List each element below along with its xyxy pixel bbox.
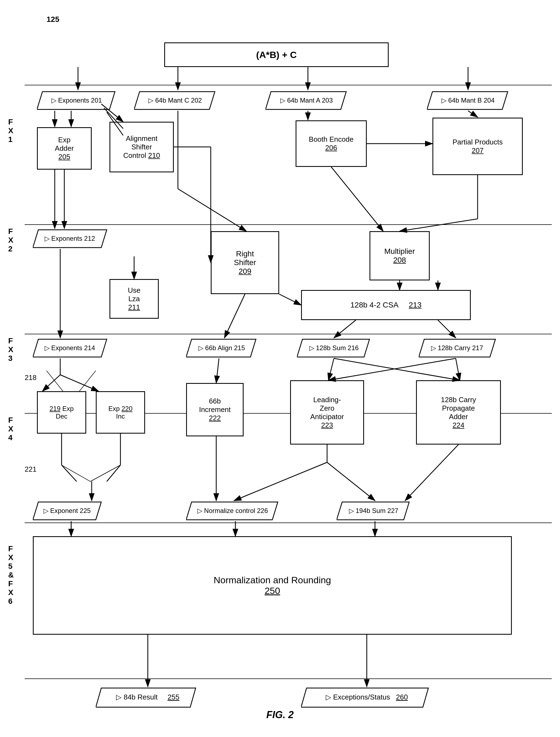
svg-text:▷ 64b Mant A 203: ▷ 64b Mant A 203: [280, 97, 333, 104]
svg-text:▷ 194b Sum 227: ▷ 194b Sum 227: [349, 507, 399, 514]
svg-line-62: [328, 359, 334, 380]
svg-line-82: [79, 371, 96, 391]
svg-text:▷ 64b Mant C 202: ▷ 64b Mant C 202: [148, 97, 202, 104]
input-mant-c202: ▷ 64b Mant C 202: [134, 90, 219, 111]
svg-line-60: [60, 375, 99, 391]
mux221-label: 221: [25, 465, 36, 473]
right-shifter-block: RightShifter209: [211, 231, 279, 294]
svg-text:▷ Exponent 225: ▷ Exponent 225: [44, 507, 91, 514]
svg-line-59: [42, 375, 60, 391]
svg-text:▷ 84b Result     255: ▷ 84b Result 255: [116, 693, 179, 701]
csa-block: 128b 4-2 CSA 213: [301, 290, 471, 320]
svg-line-43: [468, 111, 478, 117]
stage-fx4: FX4: [8, 416, 13, 442]
svg-line-68: [62, 465, 77, 481]
stage-fx1: FX1: [8, 118, 13, 144]
svg-line-64: [456, 359, 460, 380]
fx1-divider: [25, 85, 552, 85]
partial-products-block: Partial Products207: [432, 118, 523, 175]
formula-box: (A*B) + C: [164, 42, 389, 67]
alignment-shifter-block: AlignmentShifterControl 210: [109, 122, 174, 172]
exp-dec-block: 219 ExpDec: [37, 391, 86, 433]
align215: ▷ 66b Align 215: [186, 338, 260, 359]
svg-text:▷ 128b Carry 217: ▷ 128b Carry 217: [431, 344, 483, 352]
normalize-ctrl226: ▷ Normalize control 226: [186, 501, 282, 521]
svg-text:▷ Exponents 212: ▷ Exponents 212: [45, 235, 95, 242]
svg-line-75: [405, 444, 458, 501]
diagram-container: 125 (A*B) + C FX1 FX2 FX3 FX4 FX5&FX6 ▷ …: [0, 0, 560, 737]
sum227: ▷ 194b Sum 227: [337, 501, 413, 521]
sum216: ▷ 128b Sum 216: [297, 338, 374, 359]
svg-line-50: [279, 294, 301, 305]
lza223-block: Leading-ZeroAnticipator223: [290, 380, 364, 444]
svg-line-63: [334, 359, 460, 380]
svg-text:▷ 128b Sum 216: ▷ 128b Sum 216: [309, 344, 359, 352]
svg-line-74: [327, 462, 375, 501]
stage-fx56: FX5&FX6: [8, 544, 14, 606]
carry-propagate-block: 128b CarryPropagateAdder224: [416, 380, 501, 444]
svg-line-84: [90, 465, 120, 481]
svg-text:▷ 64b Mant B 204: ▷ 64b Mant B 204: [441, 97, 495, 104]
svg-line-81: [47, 371, 63, 391]
exponents214: ▷ Exponents 214: [33, 338, 111, 359]
svg-line-65: [328, 359, 456, 380]
mux218-label: 218: [25, 373, 36, 382]
svg-line-55: [224, 294, 245, 338]
stage-fx3: FX3: [8, 337, 13, 363]
svg-line-61: [216, 359, 219, 383]
input-exponents201: ▷ Exponents 201: [37, 90, 119, 111]
exp-inc-block: Exp 220Inc: [96, 391, 145, 433]
svg-text:▷ Normalize control 226: ▷ Normalize control 226: [197, 507, 268, 514]
svg-line-56: [334, 320, 356, 338]
svg-line-69: [107, 465, 120, 481]
svg-text:▷ 66b Align 215: ▷ 66b Align 215: [198, 344, 245, 352]
stage-fx2: FX2: [8, 227, 13, 253]
exponent225: ▷ Exponent 225: [33, 501, 105, 521]
use-lza-block: UseLza211: [109, 279, 159, 319]
fx2-divider: [25, 224, 552, 225]
fx6-divider: [25, 678, 552, 679]
fx3-divider: [25, 334, 552, 334]
svg-line-48: [400, 219, 478, 231]
exp-adder-block: ExpAdder205: [37, 127, 92, 170]
input-mant-b204: ▷ 64b Mant B 204: [427, 90, 512, 111]
increment222-block: 66bIncrement222: [186, 383, 244, 436]
booth-encode-block: Booth Encode206: [296, 120, 367, 167]
figure-ref-label: 125: [47, 15, 59, 24]
figure-label: FIG. 2: [266, 709, 294, 721]
result255: ▷ 84b Result 255: [96, 687, 200, 709]
svg-text:▷ Exceptions/Status   260: ▷ Exceptions/Status 260: [326, 693, 408, 701]
carry217: ▷ 128b Carry 217: [419, 338, 500, 359]
fx5-divider: [25, 522, 552, 523]
svg-line-49: [331, 167, 383, 231]
svg-line-57: [438, 320, 456, 338]
svg-text:▷ Exponents 214: ▷ Exponents 214: [45, 344, 95, 352]
input-mant-a203: ▷ 64b Mant A 203: [265, 90, 350, 111]
svg-line-83: [62, 465, 90, 481]
svg-text:▷ Exponents 201: ▷ Exponents 201: [51, 97, 102, 104]
multiplier-block: Multiplier208: [370, 231, 430, 281]
exponents212: ▷ Exponents 212: [33, 229, 111, 249]
svg-line-73: [234, 462, 327, 501]
norm-round-block: Normalization and Rounding250: [33, 536, 512, 635]
exceptions260: ▷ Exceptions/Status 260: [301, 687, 432, 709]
